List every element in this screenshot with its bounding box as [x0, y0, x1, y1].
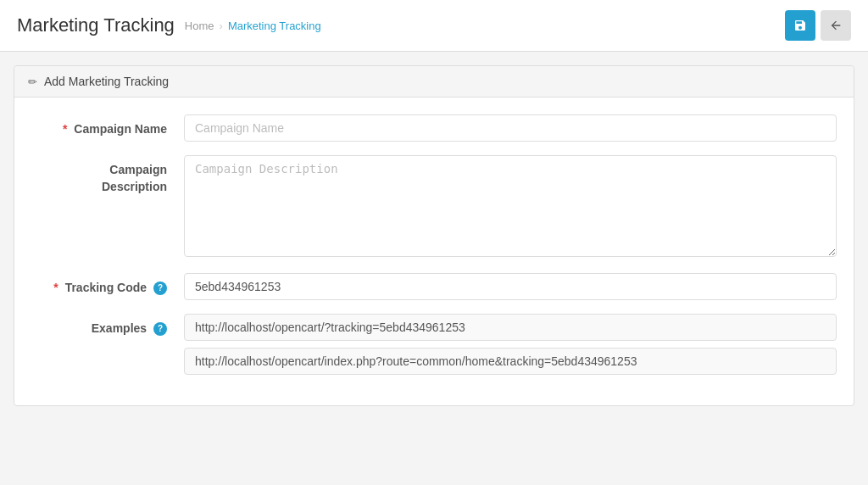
examples-help-icon[interactable]: ? — [153, 322, 167, 336]
breadcrumb: Home › Marketing Tracking — [185, 20, 321, 32]
header-left: Marketing Tracking Home › Marketing Trac… — [17, 14, 321, 36]
page-header: Marketing Tracking Home › Marketing Trac… — [0, 0, 868, 52]
tracking-code-input[interactable] — [184, 273, 837, 300]
tracking-code-wrap — [184, 273, 837, 300]
campaign-name-input[interactable] — [184, 114, 837, 142]
example2-input[interactable] — [184, 348, 837, 375]
campaign-description-group: CampaignDescription — [31, 155, 837, 259]
tracking-code-group: * Tracking Code ? — [31, 273, 837, 300]
back-icon — [829, 19, 843, 32]
campaign-description-input[interactable] — [184, 155, 837, 257]
panel-title: Add Marketing Tracking — [44, 75, 169, 88]
campaign-name-wrap — [184, 114, 837, 142]
tracking-code-help-icon[interactable]: ? — [153, 282, 167, 295]
main-content: ✏ Add Marketing Tracking * Campaign Name… — [0, 52, 868, 420]
campaign-description-wrap — [184, 155, 837, 259]
example1-input[interactable] — [184, 314, 837, 341]
page-title: Marketing Tracking — [17, 14, 175, 36]
examples-wrap — [184, 314, 837, 375]
breadcrumb-separator: › — [220, 20, 223, 32]
save-icon — [793, 19, 807, 32]
examples-label: Examples ? — [31, 314, 184, 337]
campaign-name-group: * Campaign Name — [31, 114, 837, 142]
header-actions — [785, 10, 851, 41]
panel-body: * Campaign Name CampaignDescription — [14, 98, 854, 405]
breadcrumb-current[interactable]: Marketing Tracking — [228, 20, 321, 32]
required-star: * — [63, 122, 67, 136]
panel-heading: ✏ Add Marketing Tracking — [14, 66, 854, 98]
save-button[interactable] — [785, 10, 815, 41]
back-button[interactable] — [821, 10, 851, 41]
breadcrumb-home[interactable]: Home — [185, 20, 214, 32]
pencil-icon: ✏ — [28, 75, 37, 88]
required-star-2: * — [53, 281, 58, 294]
form-panel: ✏ Add Marketing Tracking * Campaign Name… — [14, 65, 854, 406]
examples-group: Examples ? — [31, 314, 837, 375]
campaign-name-label: * Campaign Name — [31, 114, 184, 138]
tracking-code-label: * Tracking Code ? — [31, 273, 184, 297]
campaign-description-label: CampaignDescription — [31, 155, 184, 195]
